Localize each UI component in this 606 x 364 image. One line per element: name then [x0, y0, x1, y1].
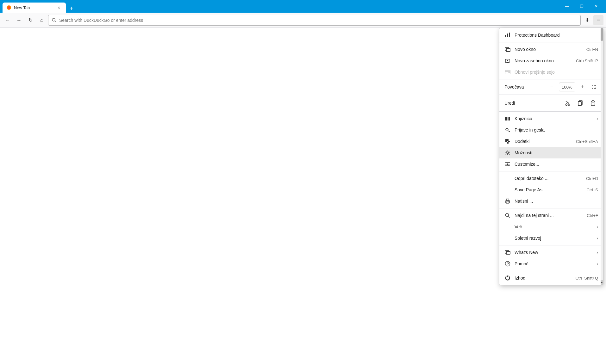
pomoc-arrow: ›	[597, 261, 598, 266]
separator-3	[499, 95, 603, 95]
menu-item-izhod[interactable]: Izhod Ctrl+Shift+Q	[499, 272, 603, 284]
odpri-datoteko-shortcut: Ctrl+O	[586, 176, 598, 181]
novo-okno-label: Novo okno	[515, 47, 583, 52]
svg-line-3	[55, 21, 56, 22]
separator-6	[499, 208, 603, 208]
customize-icon	[504, 161, 511, 167]
zoom-value-display: 100%	[559, 83, 575, 91]
svg-point-11	[507, 60, 508, 61]
izhod-shortcut: Ctrl+Shift+Q	[575, 276, 598, 281]
menu-item-protections-dashboard[interactable]: Protections Dashboard	[499, 29, 603, 41]
svg-rect-23	[592, 101, 594, 102]
maximize-button[interactable]: ❐	[574, 0, 589, 13]
tab-close-button[interactable]: ×	[56, 4, 62, 11]
menu-item-dodatki[interactable]: Dodatki Ctrl+Shift+A	[499, 136, 603, 147]
spletni-razvoj-arrow: ›	[597, 236, 598, 241]
izhod-icon	[504, 275, 511, 281]
whats-new-label: What's New	[515, 250, 591, 255]
izhod-label: Izhod	[515, 275, 572, 281]
svg-point-46	[509, 201, 509, 202]
menu-item-knjiznica[interactable]: Knjižnica ›	[499, 113, 603, 124]
download-button[interactable]: ⬇	[582, 15, 592, 25]
pomoc-icon: ?	[504, 261, 511, 267]
separator-7	[499, 245, 603, 245]
natisni-label: Natisni ...	[515, 199, 598, 204]
novo-zasebno-okno-shortcut: Ctrl+Shift+P	[576, 59, 598, 63]
new-tab-button[interactable]: +	[67, 4, 76, 13]
menu-item-natisni[interactable]: Natisni ...	[499, 195, 603, 207]
svg-point-47	[506, 213, 509, 217]
hamburger-menu-button[interactable]: ≡	[593, 15, 603, 25]
protections-dashboard-label: Protections Dashboard	[515, 33, 598, 38]
cut-button[interactable]	[563, 98, 573, 108]
refresh-button[interactable]: ↻	[25, 15, 35, 25]
copy-button[interactable]	[575, 98, 585, 108]
prijave-in-gesla-icon	[504, 127, 511, 133]
menu-item-spletni-razvoj[interactable]: Spletni razvoj ›	[499, 232, 603, 244]
dodatki-icon	[504, 138, 511, 145]
forward-button[interactable]: →	[14, 15, 24, 25]
minimize-button[interactable]: —	[560, 0, 574, 13]
close-button[interactable]: ✕	[589, 0, 603, 13]
zoom-label: Povečava	[504, 84, 545, 89]
whats-new-arrow: ›	[597, 250, 598, 255]
obnovi-sejo-label: Obnovi prejšnjo sejo	[515, 70, 598, 75]
menu-item-pomoc[interactable]: ? Pomoč ›	[499, 258, 603, 269]
svg-rect-12	[505, 70, 510, 74]
svg-point-2	[52, 18, 55, 21]
title-bar: New Tab × + — ❐ ✕	[0, 0, 606, 13]
menu-item-whats-new[interactable]: What's New ›	[499, 247, 603, 258]
whats-new-icon	[504, 249, 511, 256]
natisni-icon	[504, 198, 511, 204]
menu-item-moznosti[interactable]: Možnosti	[499, 147, 603, 158]
edit-row: Uredi	[499, 96, 603, 110]
menu-item-najdi-na-tej-strani[interactable]: Najdi na tej strani ... Ctrl+F	[499, 210, 603, 221]
menu-item-vec[interactable]: Več ›	[499, 221, 603, 232]
najdi-na-tej-strani-icon	[504, 212, 511, 219]
url-input[interactable]	[59, 18, 577, 23]
active-tab[interactable]: New Tab ×	[3, 3, 66, 13]
vec-icon	[504, 224, 511, 230]
address-bar[interactable]	[48, 15, 581, 26]
svg-point-37	[507, 152, 509, 154]
zoom-minus-button[interactable]: −	[547, 83, 556, 91]
svg-rect-45	[506, 202, 509, 203]
paste-button[interactable]	[588, 98, 598, 108]
svg-text:?: ?	[507, 262, 509, 266]
svg-rect-25	[506, 117, 507, 120]
scrollbar-thumb[interactable]	[601, 28, 603, 41]
separator-2	[499, 79, 603, 79]
menu-item-save-page-as[interactable]: Save Page As... Ctrl+S	[499, 184, 603, 195]
svg-rect-34	[507, 139, 509, 141]
svg-rect-26	[508, 117, 509, 120]
nav-bar: ← → ↻ ⌂ ⬇ ≡	[0, 13, 606, 28]
dodatki-shortcut: Ctrl+Shift+A	[576, 139, 598, 144]
moznosti-label: Možnosti	[515, 150, 598, 155]
zoom-expand-button[interactable]	[589, 83, 598, 91]
back-button[interactable]: ←	[3, 15, 13, 25]
zoom-plus-button[interactable]: +	[578, 83, 587, 91]
zoom-row: Povečava − 100% +	[499, 81, 603, 93]
menu-item-customize[interactable]: Customize...	[499, 158, 603, 170]
separator-4	[499, 111, 603, 112]
menu-item-novo-okno[interactable]: Novo okno Ctrl+N	[499, 44, 603, 55]
menu-item-odpri-datoteko[interactable]: Odpri datoteko ... Ctrl+O	[499, 173, 603, 184]
menu-item-prijave-in-gesla[interactable]: Prijave in gesla	[499, 124, 603, 136]
tab-favicon	[6, 5, 11, 10]
svg-rect-8	[506, 48, 510, 52]
save-page-as-icon	[504, 187, 511, 193]
menu-scrollbar[interactable]: ▲ ▼	[601, 28, 603, 285]
menu-item-novo-zasebno-okno[interactable]: Novo zasebno okno Ctrl+Shift+P	[499, 55, 603, 66]
moznosti-icon	[504, 150, 511, 156]
vec-label: Več	[515, 224, 591, 229]
menu-item-obnovi-sejo[interactable]: Obnovi prejšnjo sejo	[499, 66, 603, 78]
separator-1	[499, 42, 603, 42]
customize-label: Customize...	[515, 162, 598, 167]
svg-line-18	[566, 101, 568, 102]
najdi-na-tej-strani-shortcut: Ctrl+F	[587, 213, 598, 218]
odpri-datoteko-label: Odpri datoteko ...	[515, 176, 582, 181]
obnovi-sejo-icon	[504, 69, 511, 75]
knjiznica-arrow: ›	[597, 116, 598, 121]
home-button[interactable]: ⌂	[37, 15, 47, 25]
scrollbar-arrow-down[interactable]: ▼	[601, 280, 603, 285]
